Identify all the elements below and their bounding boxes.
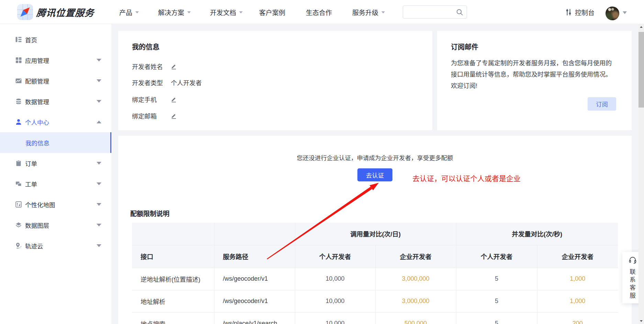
- cards-row: 我的信息 开发者姓名 开发者类型 个人开发者 绑定手机: [118, 31, 632, 130]
- quota-chart-icon: [15, 77, 22, 84]
- table-cell: /ws/geocoder/v1: [214, 268, 295, 290]
- empty-header-cell: [132, 223, 214, 245]
- custom-map-icon: [15, 201, 22, 208]
- chevron-down-icon: [97, 224, 101, 226]
- search-input[interactable]: [407, 6, 455, 18]
- avatar-chevron-down-icon[interactable]: [623, 11, 627, 14]
- console-link[interactable]: 控制台: [565, 0, 595, 24]
- table-cell: 3,000,000: [375, 290, 456, 312]
- sidebar: 首页 应用管理 配额管理 数据管理 个人中心: [0, 24, 111, 324]
- chevron-down-icon: [97, 59, 101, 62]
- table-cell: 3,000,000: [375, 268, 456, 290]
- table-cell: /ws/geocoder/v1: [214, 290, 295, 312]
- profile-row-email: 绑定邮箱: [132, 112, 177, 120]
- field-label: 绑定邮箱: [132, 111, 171, 120]
- database-icon: [15, 98, 22, 105]
- table-cell: 5: [456, 290, 537, 312]
- layers-icon: [15, 222, 22, 228]
- chevron-down-icon: [97, 100, 101, 103]
- field-label: 开发者类型: [132, 78, 171, 87]
- nav-item-solutions[interactable]: 解决方案: [158, 8, 191, 17]
- field-label: 开发者姓名: [132, 62, 171, 71]
- table-cell: 500,000: [375, 312, 456, 324]
- chevron-down-icon: [97, 162, 101, 165]
- column-header-path: 服务路径: [214, 245, 295, 268]
- table-cell: 10,000: [295, 312, 375, 324]
- ticket-icon: [15, 180, 22, 187]
- subscribe-description: 为您准备了专属定制的开发者服务月报，包含您每月使用的 接口用量统计等信息，帮助您…: [451, 58, 619, 92]
- certification-annotation: 去认证，可以认证个人或者是企业: [412, 173, 521, 183]
- sidebar-item-home[interactable]: 首页: [0, 29, 111, 50]
- table-row: 逆地址解析(位置描述) /ws/geocoder/v1 10,000 3,000…: [132, 268, 618, 290]
- certification-notice: 您还没进行企业认证，申请成为企业开发者，享受更多配额: [118, 153, 632, 162]
- top-nav: 产品 解决方案 开发文档 客户案例 生态合作 服务升级: [119, 0, 404, 24]
- sidebar-item-quota-management[interactable]: 配额管理: [0, 70, 111, 91]
- chevron-down-icon: [97, 244, 101, 247]
- empty-header-cell: [214, 223, 295, 245]
- table-row: 地点搜索 /ws/place/v1/search 10,000 500,000 …: [132, 312, 618, 324]
- scrollbar-up-arrow[interactable]: [639, 24, 644, 30]
- scrollbar-down-arrow[interactable]: [639, 318, 644, 324]
- logo[interactable]: 腾讯位置服务: [17, 4, 94, 20]
- column-header-personal-dev: 个人开发者: [295, 245, 375, 268]
- sidebar-item-data-layers[interactable]: 数据图层: [0, 215, 111, 235]
- search-icon[interactable]: [456, 8, 464, 16]
- nav-item-ecosystem[interactable]: 生态合作: [306, 8, 332, 17]
- subscribe-button[interactable]: 订阅: [588, 97, 616, 111]
- table-cell: 地址解析: [132, 290, 214, 312]
- triangle-up-icon: [640, 26, 643, 28]
- table-cell: 1,000: [537, 268, 618, 290]
- profile-row-name: 开发者姓名: [132, 62, 177, 70]
- sidebar-item-data-management[interactable]: 数据管理: [0, 91, 111, 112]
- table-cell: 10,000: [295, 268, 375, 290]
- chevron-down-icon: [381, 11, 385, 13]
- profile-row-phone: 绑定手机: [132, 95, 177, 103]
- console-label: 控制台: [575, 8, 595, 17]
- profile-card-title: 我的信息: [132, 42, 159, 52]
- certification-card: 您还没进行企业认证，申请成为企业开发者，享受更多配额 去认证 去认证，可以认证个…: [118, 136, 632, 324]
- column-header-enterprise-dev: 企业开发者: [537, 245, 618, 268]
- table-cell: 逆地址解析(位置描述): [132, 268, 214, 290]
- avatar[interactable]: [606, 7, 619, 20]
- nav-item-upgrade[interactable]: 服务升级: [352, 8, 385, 17]
- profile-row-type: 开发者类型 个人开发者: [132, 78, 202, 87]
- chevron-down-icon: [135, 11, 139, 13]
- table-cell: /ws/place/v1/search: [214, 312, 295, 324]
- table-cell: 5: [456, 268, 537, 290]
- field-value: 个人开发者: [171, 78, 202, 87]
- column-header-enterprise-dev: 企业开发者: [375, 245, 456, 268]
- table-cell: 1,000: [537, 290, 618, 312]
- sidebar-subitem-my-info[interactable]: 我的信息: [0, 132, 111, 153]
- table-cell: 地点搜索: [132, 312, 214, 324]
- headset-icon: [628, 256, 637, 265]
- nav-item-cases[interactable]: 客户案例: [259, 8, 285, 17]
- table-cell: 10,000: [295, 290, 375, 312]
- apps-grid-icon: [15, 57, 22, 64]
- sidebar-item-track-cloud[interactable]: 轨迹云: [0, 235, 111, 256]
- home-icon: [15, 36, 22, 43]
- edit-pencil-icon[interactable]: [171, 63, 177, 70]
- page-scrollbar[interactable]: [639, 24, 644, 324]
- triangle-down-icon: [640, 320, 643, 322]
- table-cell: 200: [537, 312, 618, 324]
- go-certify-button[interactable]: 去认证: [357, 168, 392, 181]
- sidebar-item-app-management[interactable]: 应用管理: [0, 50, 111, 70]
- nav-item-products[interactable]: 产品: [119, 8, 139, 17]
- chevron-down-icon: [239, 11, 243, 13]
- edit-pencil-icon[interactable]: [171, 96, 177, 103]
- sidebar-item-tickets[interactable]: 工单: [0, 174, 111, 194]
- chevron-down-icon: [97, 79, 101, 82]
- logo-text: 腾讯位置服务: [36, 5, 95, 19]
- profile-card: 我的信息 开发者姓名 开发者类型 个人开发者 绑定手机: [118, 31, 432, 130]
- sidebar-item-personal-center[interactable]: 个人中心: [0, 112, 111, 132]
- scrollbar-thumb[interactable]: [639, 32, 644, 108]
- user-icon: [15, 119, 22, 125]
- chevron-down-icon: [97, 182, 101, 185]
- sidebar-item-custom-map[interactable]: 个性化地图: [0, 194, 111, 215]
- subscribe-card-title: 订阅邮件: [451, 42, 478, 52]
- nav-item-docs[interactable]: 开发文档: [210, 8, 243, 17]
- edit-pencil-icon[interactable]: [171, 113, 177, 119]
- order-clipboard-icon: [15, 160, 22, 167]
- sidebar-item-orders[interactable]: 订单: [0, 153, 111, 174]
- console-sliders-icon: [565, 8, 573, 16]
